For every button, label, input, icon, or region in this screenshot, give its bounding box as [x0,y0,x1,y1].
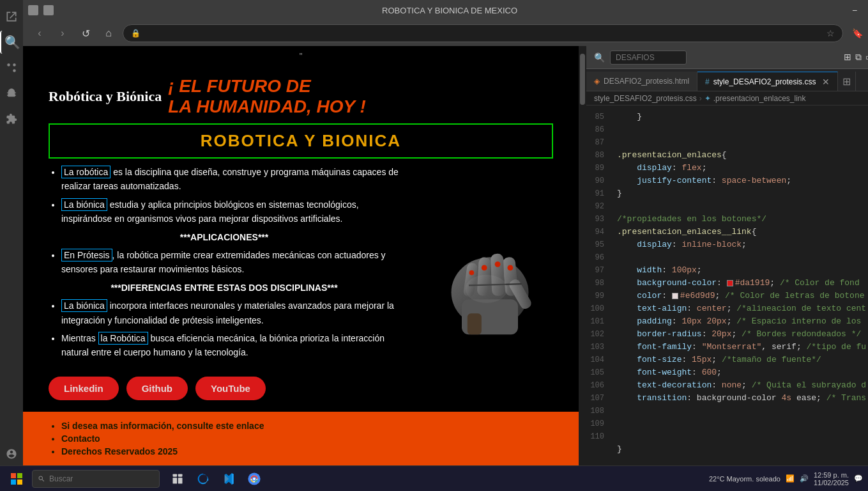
github-button[interactable]: Github [126,377,188,400]
home-button[interactable]: ⌂ [100,24,118,42]
code-line: .presentacion_enlaces__link{ [617,226,866,238]
activity-search-icon[interactable]: 🔍 [0,31,23,54]
list-item: La biónica incorpora interfaces neuronal… [61,299,400,327]
vscode-taskbar-icon[interactable] [217,469,240,489]
minimize-button[interactable]: − [846,1,864,19]
lock-icon: 🔒 [131,29,141,38]
code-line [617,430,866,443]
vscode-file-tabs: ◈ DESAFIO2_protesis.html # style_DESAFIO… [586,69,868,91]
code-line: text-align: center; /*alineacion de text… [617,302,866,315]
banner-text: ROBOTICA Y BIONICA [201,131,401,150]
code-line [617,251,866,264]
vscode-tab-css[interactable]: # style_DESAFIO2_protesis.css ✕ [697,72,838,91]
code-line: /*propiedades en los botones*/ [617,213,866,226]
bookmark-icon[interactable]: 🔖 [848,24,866,42]
vscode-editor-panel: 🔍 ⊞ ⧉ ▭ − □ ✕ ◈ DESAFIO2_protes [586,46,868,491]
taskbar-search-input[interactable] [49,474,139,483]
webpage-scrollbar[interactable] [579,46,586,491]
address-bar[interactable]: 🔒 127.0.0.1:5500/INDEX_DESAFIO2_protesis… [123,24,843,42]
chrome-taskbar-icon[interactable] [243,469,266,489]
code-line: } [617,187,866,200]
robotica-link2[interactable]: la Robótica [98,332,148,345]
code-line: font-weight: 600; [617,366,866,379]
svg-point-1 [13,69,16,72]
footer-list: Si desea mas información, consulte este … [49,421,553,456]
content-list: La robótica es la disciplina que diseña,… [49,165,400,226]
hero-accent-line2: LA HUMANIDAD, HOY ! [168,97,366,117]
refresh-button[interactable]: ↺ [77,24,95,42]
notification-icon[interactable]: 💬 [854,474,863,483]
time-display: 12:59 p. m. [814,471,849,479]
svg-rect-5 [468,313,482,334]
youtube-button[interactable]: YouTube [195,377,266,400]
code-line: text-decoration: none; /* Quita el subra… [617,379,866,392]
applications-list: En Prótesis, la robótica permite crear e… [49,248,400,277]
link-buttons-row: Linkedin Github YouTube [23,370,579,407]
hero-title-accent: ¡ EL FUTURO DE LA HUMANIDAD, HOY ! [168,76,366,117]
activity-bar: 🔍 [0,0,23,491]
taskbar-system-tray: 22°C Mayorm. soleado 📶 🔊 12:59 p. m. 11/… [709,471,863,487]
code-editor: 85 86 87 88 89 90 91 92 93 94 95 96 97 9… [586,105,868,477]
code-line: border-radius: 20px; /* Bordes redondead… [617,328,866,341]
css-tab-close[interactable]: ✕ [822,77,830,87]
code-line: display: flex; [617,162,866,175]
breadcrumb-symbol-icon: ✦ [704,94,711,103]
task-view-button[interactable] [166,469,189,489]
breadcrumb-file: style_DESAFIO2_protesis.css [594,94,697,103]
vscode-split-icon[interactable]: ⧉ [855,52,862,63]
html-tab-icon: ◈ [594,77,600,86]
activity-extensions-icon[interactable] [0,107,23,130]
svg-rect-20 [178,474,183,476]
back-button[interactable]: ‹ [31,24,49,42]
edge-browser-icon[interactable] [192,469,215,489]
code-line [617,200,866,213]
code-line: display: inline-block; [617,238,866,251]
code-line: transition: background-color 4s ease; /*… [617,392,866,405]
vscode-panel-icon[interactable]: ▭ [865,52,868,63]
vscode-tab-html[interactable]: ◈ DESAFIO2_protesis.html [586,72,697,91]
window-title: ROBOTICA Y BIONICA DE MEXICO [59,6,841,15]
date-display: 11/02/2025 [814,479,849,487]
activity-git-icon[interactable] [0,56,23,79]
code-line [617,417,866,430]
vscode-breadcrumb: style_DESAFIO2_protesis.css › ✦ .present… [586,91,868,105]
svg-point-13 [482,265,487,270]
linkedin-button[interactable]: Linkedin [49,377,119,400]
taskbar: 22°C Mayorm. soleado 📶 🔊 12:59 p. m. 11/… [0,465,868,491]
bionica-link[interactable]: La biónica [61,198,107,211]
footer-item: Si desea mas información, consulte este … [61,421,553,431]
hero-title-static: Robótica y Biónica [49,88,162,105]
svg-point-16 [466,275,508,303]
activity-explorer-icon[interactable] [0,5,23,28]
vscode-tab-add[interactable]: ⊞ [838,72,856,91]
list-item: En Prótesis, la robótica permite crear e… [61,248,400,277]
svg-rect-21 [173,478,178,483]
hero-accent-line1: ¡ EL FUTURO DE [168,76,310,96]
list-item: La biónica estudia y aplica principios b… [61,198,400,226]
line-numbers: 85 86 87 88 89 90 91 92 93 94 95 96 97 9… [586,105,609,477]
protesis-link[interactable]: En Prótesis [61,249,112,261]
svg-point-26 [253,478,255,480]
svg-point-11 [508,265,514,270]
code-line [617,123,866,136]
vscode-layout-icon[interactable]: ⊞ [844,52,851,63]
start-button[interactable] [5,469,28,489]
activity-account-icon[interactable] [0,442,23,465]
footer-contact-link[interactable]: Contacto [61,433,553,444]
system-clock[interactable]: 12:59 p. m. 11/02/2025 [814,471,849,487]
bionica-link2[interactable]: La biónica [61,299,107,312]
forward-button[interactable]: › [54,24,72,42]
sound-icon: 🔊 [800,474,809,483]
robotica-link[interactable]: La robótica [61,166,110,178]
taskbar-search[interactable] [32,470,160,488]
vscode-search-input[interactable] [610,51,687,65]
code-line: width: 100px; [617,264,866,277]
code-editor-content[interactable]: } .presentacion_enlaces{ display: flex; … [609,105,868,477]
taskbar-pinned-apps [166,469,266,489]
activity-debug-icon[interactable] [0,82,23,105]
weather-text: 22°C Mayorm. soleado [709,475,780,483]
code-line [617,405,866,417]
scrollbar-thumb[interactable] [580,54,585,105]
address-input[interactable]: 127.0.0.1:5500/INDEX_DESAFIO2_protesis.h… [144,29,823,38]
code-line: color: #e6d9d9; /* Color de letras de bo… [617,290,866,302]
